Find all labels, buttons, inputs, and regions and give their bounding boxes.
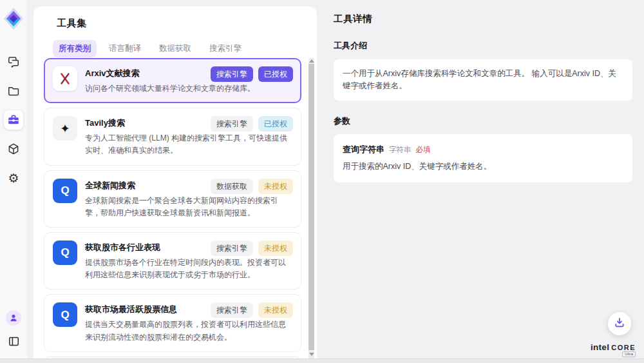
rail-bottom xyxy=(4,310,23,351)
param-description: 用于搜索的Arxiv ID、关键字或作者姓名。 xyxy=(343,161,623,172)
tab-all-categories[interactable]: 所有类别 xyxy=(53,40,97,57)
intro-heading: 工具介绍 xyxy=(334,40,632,52)
q-search-icon: Q xyxy=(53,179,77,203)
params-heading: 参数 xyxy=(334,115,632,127)
tab-search-engine[interactable]: 搜索引擎 xyxy=(204,40,247,57)
tool-description: 访问各个研究领域大量科学论文和文章的存储库。 xyxy=(85,83,255,95)
toolset-panel: 工具集 所有类别 语言翻译 数据获取 搜索引擎 Arxiv文献搜索 访问各个研究… xyxy=(33,6,317,358)
tool-card-arxiv[interactable]: Arxiv文献搜索 访问各个研究领域大量科学论文和文章的存储库。 搜索引擎 已授… xyxy=(44,58,301,103)
scrollbar-down-arrow[interactable] xyxy=(309,353,314,356)
tool-badges: 数据获取 未授权 xyxy=(211,179,293,194)
param-required-flag: 必填 xyxy=(416,145,431,155)
sidebar-item-settings[interactable]: ⚙ xyxy=(4,168,23,188)
list-scrollbar[interactable] xyxy=(308,58,314,358)
category-tabs: 所有类别 语言翻译 数据获取 搜索引擎 xyxy=(53,40,317,57)
tool-card-sector-performance[interactable]: Q 获取股市各行业表现 提供股票市场各个行业在特定时间段内的表现。投资者可以利用… xyxy=(44,232,301,289)
intro-text: 一个用于从Arxiv存储库搜索科学论文和文章的工具。 输入可以是Arxiv ID… xyxy=(334,59,632,101)
category-badge: 数据获取 xyxy=(211,179,253,194)
auth-status-badge: 已授权 xyxy=(258,66,293,82)
folder-icon xyxy=(7,84,20,97)
intel-wordmark: intel xyxy=(591,342,609,352)
tool-list: Arxiv文献搜索 访问各个研究领域大量科学论文和文章的存储库。 搜索引擎 已授… xyxy=(44,58,301,358)
ultra-badge: Ultra xyxy=(622,351,636,357)
tool-badges: 搜索引擎 未授权 xyxy=(211,240,293,256)
details-title: 工具详情 xyxy=(334,13,632,25)
category-badge: 搜索引擎 xyxy=(211,302,253,318)
q-search-icon: Q xyxy=(53,240,77,265)
category-badge: 搜索引擎 xyxy=(211,240,253,256)
left-rail: ⚙ xyxy=(0,0,27,358)
download-icon xyxy=(614,317,625,331)
tool-card-tavily[interactable]: ✦ Tavily搜索 专为人工智能代理 (LLM) 构建的搜索引擎工具，可快速提… xyxy=(44,108,301,165)
tool-badges: 搜索引擎 已授权 xyxy=(211,116,293,132)
arxiv-icon xyxy=(53,66,77,91)
core-wordmark: core xyxy=(611,344,636,351)
toolset-title: 工具集 xyxy=(33,6,317,30)
tool-description: 提供股票市场各个行业在特定时间段内的表现。投资者可以利用这些信息来识别表现优于或… xyxy=(85,257,291,281)
param-type: 字符串 xyxy=(389,145,412,155)
auth-status-badge: 未授权 xyxy=(258,179,293,194)
tool-card-global-news[interactable]: Q 全球新闻搜索 全球新闻搜索是一个聚合全球各大新闻网站内容的搜索引擎，帮助用户… xyxy=(44,170,301,228)
q-search-icon: Q xyxy=(53,302,77,327)
app-logo xyxy=(3,7,24,30)
panel-toggle-button[interactable] xyxy=(4,331,23,351)
param-name: 查询字符串 xyxy=(343,144,384,155)
toolbox-icon xyxy=(7,113,20,126)
scrollbar-thumb[interactable] xyxy=(308,64,314,350)
param-item: 查询字符串 字符串 必填 用于搜索的Arxiv ID、关键字或作者姓名。 xyxy=(334,134,632,182)
intel-core-logo: intel core Ultra xyxy=(591,342,636,352)
tool-description: 提供当天交易量最高的股票列表，投资者可以利用这些信息来识别流动性强的股票和潜在的… xyxy=(85,319,291,343)
category-badge: 搜索引擎 xyxy=(211,116,253,132)
tab-language-translation[interactable]: 语言翻译 xyxy=(103,40,147,57)
auth-status-badge: 已授权 xyxy=(258,116,293,132)
scrollbar-up-arrow[interactable] xyxy=(309,59,314,63)
rail-nav: ⚙ xyxy=(4,52,23,188)
chat-icon xyxy=(7,55,20,68)
auth-status-badge: 未授权 xyxy=(258,302,293,318)
sidebar-item-chat[interactable] xyxy=(4,52,23,72)
sidebar-item-toolbox[interactable] xyxy=(4,110,23,130)
sidebar-item-models[interactable] xyxy=(4,139,23,159)
tab-data-acquisition[interactable]: 数据获取 xyxy=(153,40,197,57)
star-icon: ✦ xyxy=(53,116,77,141)
tool-description: 全球新闻搜索是一个聚合全球各大新闻网站内容的搜索引擎，帮助用户快速获取全球最新资… xyxy=(85,195,291,219)
tool-badges: 搜索引擎 已授权 xyxy=(211,66,293,82)
panel-toggle-icon xyxy=(8,335,20,348)
auth-status-badge: 未授权 xyxy=(258,240,293,256)
tool-description: 专为人工智能代理 (LLM) 构建的搜索引擎工具，可快速提供实时、准确和真实的结… xyxy=(85,132,291,157)
tool-card-active-stocks[interactable]: Q 获取市场最活跃股票信息 提供当天交易量最高的股票列表，投资者可以利用这些信息… xyxy=(44,294,301,351)
sidebar-item-files[interactable] xyxy=(4,81,23,101)
settings-gear-icon: ⚙ xyxy=(8,172,19,184)
cube-icon xyxy=(7,142,20,155)
tool-badges: 搜索引擎 未授权 xyxy=(211,302,293,318)
download-button[interactable] xyxy=(608,312,631,335)
user-avatar[interactable] xyxy=(6,310,21,326)
tool-details-panel: 工具详情 工具介绍 一个用于从Arxiv存储库搜索科学论文和文章的工具。 输入可… xyxy=(322,0,644,358)
category-badge: 搜索引擎 xyxy=(211,66,253,82)
window-bottom-edge xyxy=(0,358,644,363)
